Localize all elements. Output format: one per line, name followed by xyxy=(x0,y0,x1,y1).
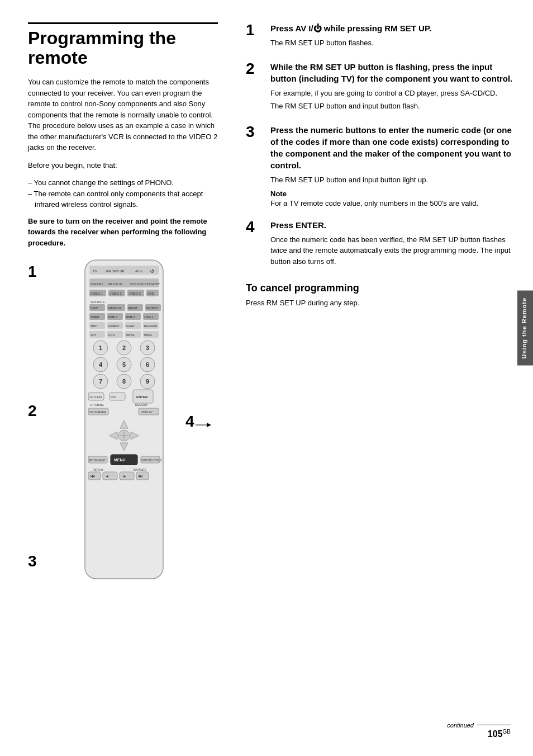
svg-text:REPLAY: REPLAY xyxy=(93,468,104,471)
step-4-content: Press ENTER. Once the numeric code has b… xyxy=(270,219,516,270)
svg-text:2: 2 xyxy=(122,344,126,351)
svg-text:4: 4 xyxy=(99,361,103,368)
right-column: 1 Press AV I/⏻ while pressing RM SET UP.… xyxy=(235,22,533,734)
page-footer: continued 105GB xyxy=(447,722,511,739)
step-4-number: 4 xyxy=(246,219,263,235)
svg-text:MD/DAT: MD/DAT xyxy=(128,307,137,310)
intro-paragraph-1: You can customize the remote to match th… xyxy=(28,77,218,153)
step-1: 1 Press AV I/⏻ while pressing RM SET UP.… xyxy=(246,22,516,51)
svg-text:6: 6 xyxy=(146,361,149,368)
step-1-heading: Press AV I/⏻ while pressing RM SET UP. xyxy=(270,22,516,34)
svg-text:>10 CLEAR: >10 CLEAR xyxy=(89,396,103,399)
svg-text:2CH: 2CH xyxy=(91,334,96,337)
step-2-number: 2 xyxy=(246,61,263,77)
svg-text:5: 5 xyxy=(122,361,126,368)
svg-text:TV: TV xyxy=(93,270,97,273)
step-4-body: Once the numeric code has been verified,… xyxy=(270,234,516,267)
step-2-heading: While the RM SET UP button is flashing, … xyxy=(270,61,516,84)
svg-text:TV/SAT: TV/SAT xyxy=(90,307,99,310)
svg-text:⏮: ⏮ xyxy=(91,474,95,479)
svg-text:MENU: MENU xyxy=(114,458,126,462)
step-4-heading: Press ENTER. xyxy=(270,219,516,231)
svg-text:⏻: ⏻ xyxy=(150,269,154,273)
svg-text:SYSTEM STANDBY: SYSTEM STANDBY xyxy=(130,282,160,286)
continued-label: continued xyxy=(447,722,511,729)
cancel-section: To cancel programming Press RM SET UP du… xyxy=(246,282,516,309)
svg-text:3: 3 xyxy=(146,344,149,351)
svg-text:DISPLAY: DISPLAY xyxy=(141,410,153,414)
page-number: 105GB xyxy=(447,729,511,739)
svg-text:PHONO: PHONO xyxy=(91,282,103,286)
side-tab: Using the Remote xyxy=(517,291,533,366)
left-step-2: 2 xyxy=(28,402,46,420)
cancel-title: To cancel programming xyxy=(246,282,516,294)
svg-text:D.TUNING: D.TUNING xyxy=(91,403,104,407)
svg-text:VIDEO 1: VIDEO 1 xyxy=(91,292,103,295)
svg-text:TUNER: TUNER xyxy=(91,316,99,319)
left-step-1: 1 xyxy=(28,263,46,281)
step-3: 3 Press the numeric buttons to enter the… xyxy=(246,124,516,209)
arrow-to-enter xyxy=(196,397,212,565)
svg-text:SOURCE: SOURCE xyxy=(91,300,105,304)
svg-text:RETURN/EXIT: RETURN/EXIT xyxy=(89,459,106,462)
svg-text:·►: ·► xyxy=(122,474,127,478)
intro-paragraph-2: Before you begin, note that: xyxy=(28,160,218,171)
svg-text:0/10: 0/10 xyxy=(111,396,116,399)
svg-text:8: 8 xyxy=(122,378,126,385)
cancel-text: Press RM SET UP during any step. xyxy=(246,297,516,309)
note-body: For a TV remote code value, only numbers… xyxy=(270,198,516,209)
svg-text:⏭: ⏭ xyxy=(139,474,143,479)
step-3-body: The RM SET UP button and input button li… xyxy=(270,174,516,186)
svg-text:ZONE 2: ZONE 2 xyxy=(144,316,154,319)
page-title: Programming the remote xyxy=(28,22,218,68)
step-3-heading: Press the numeric buttons to enter the n… xyxy=(270,124,516,171)
svg-text:OPTIONS TOOLS: OPTIONS TOOLS xyxy=(141,459,162,462)
left-step-4: 4 xyxy=(185,413,194,431)
step-2-body: For example, if you are going to control… xyxy=(270,88,516,112)
svg-text:MUSIC: MUSIC xyxy=(144,334,153,337)
svg-text:ENTER: ENTER xyxy=(136,395,148,399)
svg-text:TAPE/CD-R: TAPE/CD-R xyxy=(108,307,122,310)
remote-illustration-area: 1 2 3 TV RM SET UP AV I/ ⏻ xyxy=(28,257,218,589)
svg-text:MEMORY: MEMORY xyxy=(135,403,148,407)
svg-text:◄·: ◄· xyxy=(105,474,110,478)
step-3-note: Note For a TV remote code value, only nu… xyxy=(270,190,516,209)
step-2-content: While the RM SET UP button is flashing, … xyxy=(270,61,516,114)
step-3-content: Press the numeric buttons to enter the n… xyxy=(270,124,516,209)
svg-text:A.DIRECT: A.DIRECT xyxy=(108,325,120,328)
bullet-item-1: – You cannot change the settings of PHON… xyxy=(28,177,218,188)
left-step-3: 3 xyxy=(28,552,46,570)
step-4: 4 Press ENTER. Once the numeric code has… xyxy=(246,219,516,270)
svg-text:RECEIVER: RECEIVER xyxy=(144,325,158,328)
svg-text:MOVIE: MOVIE xyxy=(126,334,135,337)
svg-text:9: 9 xyxy=(146,378,149,385)
svg-text:HDMI 1: HDMI 1 xyxy=(108,316,117,319)
svg-text:RM SET UP: RM SET UP xyxy=(106,270,125,273)
step-1-body: The RM SET UP button flashes. xyxy=(270,37,516,49)
svg-text:A.F.D.: A.F.D. xyxy=(108,334,115,337)
svg-text:AV I/: AV I/ xyxy=(135,270,142,273)
svg-text:SLEEP: SLEEP xyxy=(126,325,135,328)
bullet-list: – You cannot change the settings of PHON… xyxy=(28,177,218,210)
remote-svg: TV RM SET UP AV I/ ⏻ PHONO MULTI IN SYST… xyxy=(68,257,180,587)
svg-text:1: 1 xyxy=(99,344,102,351)
bullet-item-2: – The remote can control only components… xyxy=(28,188,218,210)
remote-image: TV RM SET UP AV I/ ⏻ PHONO MULTI IN SYST… xyxy=(68,257,180,589)
svg-text:SA-CD/CD: SA-CD/CD xyxy=(146,307,159,310)
svg-text:SHIFT: SHIFT xyxy=(91,325,98,328)
step-2: 2 While the RM SET UP button is flashing… xyxy=(246,61,516,114)
step-3-number: 3 xyxy=(246,124,263,140)
svg-text:MULTI IN: MULTI IN xyxy=(108,282,122,286)
svg-text:VIDEO 3: VIDEO 3 xyxy=(129,292,141,295)
step-1-number: 1 xyxy=(246,22,263,38)
svg-text:ADVANCE: ADVANCE xyxy=(133,468,146,471)
svg-marker-105 xyxy=(207,423,211,427)
svg-text:ON SCREEN: ON SCREEN xyxy=(89,410,106,414)
note-title: Note xyxy=(270,190,516,198)
svg-text:HDMI 2: HDMI 2 xyxy=(126,316,135,319)
svg-text:DVD: DVD xyxy=(147,292,154,295)
step-1-content: Press AV I/⏻ while pressing RM SET UP. T… xyxy=(270,22,516,51)
svg-text:7: 7 xyxy=(99,378,102,385)
svg-text:VIDEO 2: VIDEO 2 xyxy=(110,292,122,295)
warning-text: Be sure to turn on the receiver and poin… xyxy=(28,216,218,249)
